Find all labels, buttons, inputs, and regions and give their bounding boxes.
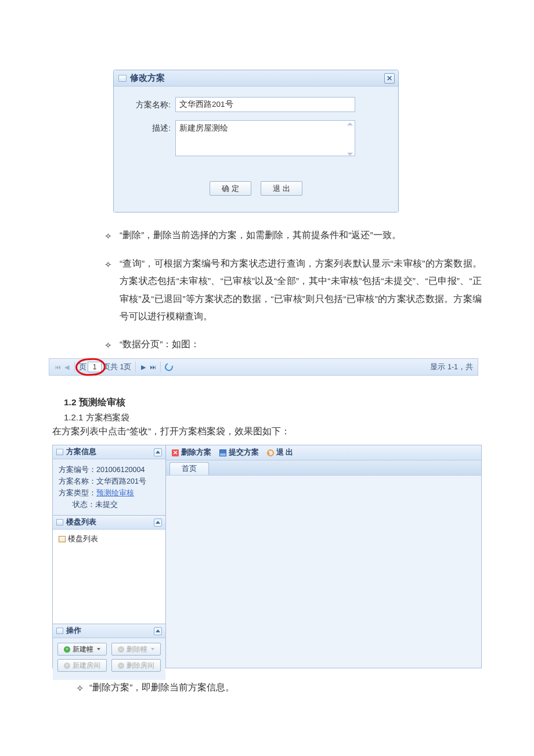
first-page-icon[interactable]: ⏮ xyxy=(54,363,61,370)
toolbar-submit-plan[interactable]: 提交方案 xyxy=(219,448,259,458)
collapse-button[interactable] xyxy=(154,627,162,635)
plan-no-value: 201006120004 xyxy=(96,466,145,474)
panel-header-list: 楼盘列表 xyxy=(53,516,165,530)
page-range-text: 显示 1-1，共 xyxy=(430,362,473,372)
section-lead-text: 在方案列表中点击“签收”，打开方案档案袋，效果图如下： xyxy=(52,426,534,438)
page-total-text: 页共 1页 xyxy=(103,362,131,372)
diamond-icon: ✧ xyxy=(104,336,120,354)
folder-icon xyxy=(59,536,66,542)
plan-desc-textarea[interactable] xyxy=(175,120,355,156)
chevron-up-icon xyxy=(156,451,160,453)
doc-bullet-page: “数据分页”：如图： xyxy=(120,336,482,354)
delete-building-label: 删除幢 xyxy=(127,644,147,655)
tree-root-label: 楼盘列表 xyxy=(68,534,98,544)
plan-status-l: 状态： xyxy=(73,501,95,509)
tree-root-item[interactable]: 楼盘列表 xyxy=(57,533,161,545)
doc-bullet-delete: “删除”，删除当前选择的方案，如需删除，其前提条件和“返还”一致。 xyxy=(120,226,482,244)
plan-name-label: 方案名称: xyxy=(124,97,175,110)
panel-icon xyxy=(56,628,63,634)
panel-header-ops: 操作 xyxy=(53,624,165,638)
dropdown-caret-icon xyxy=(97,648,100,650)
new-building-label: 新建幢 xyxy=(73,644,93,655)
delete-room-label: 删除房间 xyxy=(127,660,154,671)
app-content-area xyxy=(166,476,481,668)
plan-desc-label: 描述: xyxy=(124,120,175,134)
doc-bullet-delete-plan: “删除方案”，即删除当前方案信息。 xyxy=(89,679,234,697)
refresh-icon[interactable] xyxy=(164,362,175,373)
x-icon: ✕ xyxy=(172,449,179,456)
heading-1-2: 1.2 预测绘审核 xyxy=(64,397,534,409)
panel-title-info: 方案信息 xyxy=(66,447,96,457)
toolbar-delete-label: 删除方案 xyxy=(181,448,211,458)
plus-icon: + xyxy=(64,663,70,669)
plan-no-label: 方案编号： xyxy=(59,466,96,474)
minus-icon: − xyxy=(118,663,124,669)
toolbar-submit-label: 提交方案 xyxy=(229,448,259,458)
dialog-close-button[interactable]: ✕ xyxy=(384,73,395,84)
scroll-down-icon xyxy=(347,153,353,156)
chevron-up-icon xyxy=(156,629,160,632)
new-room-label: 新建房间 xyxy=(73,660,100,671)
collapse-button[interactable] xyxy=(154,519,162,527)
plan-info-body: 方案编号：201006120004 方案名称：文华西路201号 方案类型：预测绘… xyxy=(53,459,165,515)
dropdown-caret-icon xyxy=(151,648,154,650)
app-toolbar: ✕ 删除方案 提交方案 退 出 xyxy=(166,445,481,460)
modify-plan-dialog: 修改方案 ✕ 方案名称: 描述: 确定 xyxy=(113,70,399,213)
plan-status-v: 未提交 xyxy=(95,501,118,509)
delete-room-button[interactable]: − 删除房间 xyxy=(111,659,161,672)
minus-icon: − xyxy=(118,646,124,653)
panel-icon xyxy=(56,449,63,455)
tab-home[interactable]: 首页 xyxy=(169,462,209,475)
building-tree: 楼盘列表 xyxy=(53,530,165,624)
page-number-input[interactable] xyxy=(88,362,102,372)
new-room-button[interactable]: + 新建房间 xyxy=(57,659,107,672)
diamond-icon: ✧ xyxy=(104,226,120,244)
plan-type-link[interactable]: 预测绘审核 xyxy=(96,489,134,497)
panel-title-ops: 操作 xyxy=(66,626,81,636)
dialog-body: 方案名称: 描述: 确定 退出 xyxy=(114,87,398,212)
plan-type-l: 方案类型： xyxy=(59,489,96,497)
doc-bullet-query: “查询”，可根据方案编号和方案状态进行查询，方案列表默认显示“未审核”的方案数据… xyxy=(120,255,482,325)
back-icon xyxy=(267,449,274,456)
ok-button[interactable]: 确定 xyxy=(210,181,251,196)
window-icon xyxy=(118,75,127,82)
exit-button[interactable]: 退出 xyxy=(261,181,302,196)
tab-home-label: 首页 xyxy=(182,464,197,474)
next-page-icon[interactable]: ▶ xyxy=(140,363,147,370)
panel-header-info: 方案信息 xyxy=(53,445,165,459)
delete-building-button[interactable]: − 删除幢 xyxy=(111,643,161,656)
toolbar-delete-plan[interactable]: ✕ 删除方案 xyxy=(172,448,211,458)
last-page-icon[interactable]: ⏭ xyxy=(149,363,156,370)
heading-1-2-1: 1.2.1 方案档案袋 xyxy=(64,412,534,423)
plan-name-l: 方案名称： xyxy=(59,477,96,485)
dialog-title: 修改方案 xyxy=(130,73,165,84)
pagination-bar: ⏮ ◀ 页 页共 1页 ▶ ⏭ 显示 1-1，共 xyxy=(49,358,478,376)
app-tabs: 首页 xyxy=(166,460,481,476)
panel-title-list: 楼盘列表 xyxy=(66,517,96,527)
scroll-up-icon xyxy=(347,123,353,125)
save-icon xyxy=(219,449,226,456)
collapse-button[interactable] xyxy=(154,448,162,456)
page-word-left: 页 xyxy=(79,362,86,372)
panel-icon xyxy=(56,519,63,525)
plus-icon: + xyxy=(64,646,70,653)
plan-file-bag-app: 方案信息 方案编号：201006120004 方案名称：文华西路201号 方案类… xyxy=(52,445,482,668)
plan-name-input[interactable] xyxy=(175,97,355,112)
new-building-button[interactable]: + 新建幢 xyxy=(57,643,107,656)
toolbar-exit[interactable]: 退 出 xyxy=(267,448,293,458)
diamond-icon: ✧ xyxy=(104,255,120,325)
toolbar-exit-label: 退 出 xyxy=(276,448,293,458)
dialog-header: 修改方案 ✕ xyxy=(114,70,398,87)
chevron-up-icon xyxy=(156,521,160,524)
prev-page-icon[interactable]: ◀ xyxy=(63,363,70,370)
diamond-icon: ✧ xyxy=(70,679,89,697)
plan-name-v: 文华西路201号 xyxy=(96,477,146,485)
